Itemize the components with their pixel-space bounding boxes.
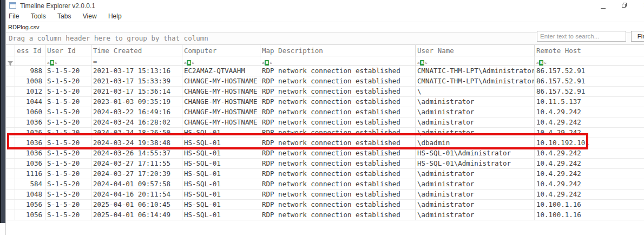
cell-map-description[interactable]: RDP network connection established — [260, 87, 416, 97]
cell-map-description[interactable]: RDP network connection established — [260, 66, 416, 76]
cell-time-created[interactable]: 2024-03-24 18:26:50 — [91, 128, 182, 138]
filter-cell-remote-host[interactable]: aBc — [535, 56, 644, 66]
cell-user-id[interactable]: S-1-5-20 — [45, 169, 91, 179]
menu-view[interactable]: View — [78, 11, 102, 22]
cell-ess-id[interactable]: 1036 — [15, 118, 45, 128]
cell-user-id[interactable]: S-1-5-20 — [45, 190, 91, 200]
table-row[interactable]: 1056S-1-5-202025-04-01 06:10:45HS-SQL-01… — [6, 200, 644, 210]
table-row[interactable]: 1036S-1-5-202024-03-24 18:26:50HS-SQL-01… — [6, 128, 644, 138]
cell-remote-host[interactable]: 10.4.29.242 — [535, 128, 644, 138]
cell-user-id[interactable]: S-1-5-20 — [45, 87, 91, 97]
cell-remote-host[interactable]: 10.4.29.242 — [535, 179, 644, 190]
table-row[interactable]: 1056S-1-5-202025-04-01 06:14:49HS-SQL-01… — [6, 210, 644, 220]
cell-time-created[interactable]: 2024-03-24 19:38:48 — [91, 138, 182, 148]
tab-rdplog-csv[interactable]: RDPlog.csv — [6, 22, 39, 32]
cell-map-description[interactable]: RDP network connection established — [260, 190, 416, 200]
cell-remote-host[interactable]: 10.11.5.137 — [535, 97, 644, 107]
cell-user-id[interactable]: S-1-5-20 — [45, 97, 91, 107]
filter-funnel-icon[interactable] — [6, 56, 15, 66]
close-button[interactable]: ✕ — [637, 0, 644, 11]
column-header-map-description[interactable]: Map Description — [260, 44, 416, 56]
cell-ess-id[interactable]: 1056 — [15, 210, 45, 220]
cell-time-created[interactable]: 2024-03-24 16:28:02 — [91, 118, 182, 128]
cell-user-name[interactable]: \administrator — [416, 107, 535, 118]
cell-time-created[interactable]: 2024-03-22 16:49:16 — [91, 107, 182, 118]
cell-computer[interactable]: HS-SQL-01 — [182, 200, 260, 210]
cell-map-description[interactable]: RDP network connection established — [260, 107, 416, 118]
table-row[interactable]: 1116S-1-5-202024-03-27 17:20:39HS-SQL-01… — [6, 169, 644, 179]
cell-user-name[interactable]: \administrator — [416, 97, 535, 107]
cell-time-created[interactable]: 2024-04-01 09:57:58 — [91, 179, 182, 190]
cell-user-name[interactable]: \administrator — [416, 200, 535, 210]
cell-time-created[interactable]: 2021-03-17 15:36:14 — [91, 87, 182, 97]
cell-ess-id[interactable]: 988 — [15, 66, 45, 76]
filter-cell-user-name[interactable]: aBc — [416, 56, 535, 66]
column-header-user-id[interactable]: User Id — [45, 44, 91, 56]
cell-ess-id[interactable]: 1036 — [15, 148, 45, 159]
cell-time-created[interactable]: 2021-03-17 15:33:39 — [91, 76, 182, 87]
cell-time-created[interactable]: 2021-03-17 15:13:16 — [91, 66, 182, 76]
cell-user-id[interactable]: S-1-5-20 — [45, 210, 91, 220]
cell-ess-id[interactable]: 1116 — [15, 169, 45, 179]
cell-map-description[interactable]: RDP network connection established — [260, 97, 416, 107]
filter-cell-time-created[interactable]: = — [91, 56, 182, 66]
table-row[interactable]: 1044S-1-5-202023-01-03 09:35:19CHANGE-MY… — [6, 97, 644, 107]
cell-ess-id[interactable]: 1036 — [15, 138, 45, 148]
cell-user-id[interactable]: S-1-5-20 — [45, 128, 91, 138]
cell-remote-host[interactable]: 10.4.29.242 — [535, 118, 644, 128]
restore-button[interactable] — [615, 0, 634, 11]
table-row[interactable]: 1036S-1-5-202024-03-27 17:11:55HS-SQL-01… — [6, 159, 644, 169]
cell-user-name[interactable]: CMNATIC-THM-LPT\Administrator — [416, 66, 535, 76]
cell-computer[interactable]: HS-SQL-01 — [182, 190, 260, 200]
cell-computer[interactable]: HS-SQL-01 — [182, 179, 260, 190]
cell-map-description[interactable]: RDP network connection established — [260, 138, 416, 148]
cell-remote-host[interactable]: 10.100.1.16 — [535, 210, 644, 220]
cell-user-name[interactable]: HS-SQL-01\Administrator — [416, 148, 535, 159]
cell-time-created[interactable]: 2024-04-16 20:11:54 — [91, 190, 182, 200]
cell-map-description[interactable]: RDP network connection established — [260, 76, 416, 87]
cell-computer[interactable]: CHANGE-MY-HOSTNAME — [182, 87, 260, 97]
cell-remote-host[interactable]: 86.157.52.91 — [535, 66, 644, 76]
filter-cell-computer[interactable]: aBc — [182, 56, 260, 66]
cell-user-name[interactable]: \administrator — [416, 118, 535, 128]
cell-remote-host[interactable]: 10.10.192.101 — [535, 138, 644, 148]
menu-file[interactable]: File — [6, 11, 24, 22]
cell-computer[interactable]: HS-SQL-01 — [182, 138, 260, 148]
cell-ess-id[interactable]: 1036 — [15, 159, 45, 169]
cell-user-id[interactable]: S-1-5-20 — [45, 159, 91, 169]
cell-ess-id[interactable]: 1056 — [15, 200, 45, 210]
menu-tabs[interactable]: Tabs — [52, 11, 76, 22]
cell-ess-id[interactable]: 1008 — [15, 76, 45, 87]
cell-ess-id[interactable]: 584 — [15, 179, 45, 190]
cell-user-name[interactable]: \administrator — [416, 210, 535, 220]
cell-map-description[interactable]: RDP network connection established — [260, 148, 416, 159]
table-row[interactable]: 1036S-1-5-202024-03-26 14:55:37HS-SQL-01… — [6, 148, 644, 159]
cell-user-name[interactable]: \ — [416, 87, 535, 97]
minimize-button[interactable] — [594, 0, 612, 11]
cell-computer[interactable]: CHANGE-MY-HOSTNAME — [182, 76, 260, 87]
cell-ess-id[interactable]: 1036 — [15, 128, 45, 138]
cell-user-id[interactable]: S-1-5-20 — [45, 76, 91, 87]
cell-map-description[interactable]: RDP network connection established — [260, 200, 416, 210]
column-header-time-created[interactable]: Time Created — [91, 44, 182, 56]
cell-user-name[interactable]: \dbadmin — [416, 138, 535, 148]
cell-computer[interactable]: HS-SQL-01 — [182, 169, 260, 179]
cell-ess-id[interactable]: 1048 — [15, 190, 45, 200]
column-header-user-name[interactable]: User Name — [416, 44, 535, 56]
cell-time-created[interactable]: 2023-01-03 09:35:19 — [91, 97, 182, 107]
table-row[interactable]: 1036S-1-5-202024-03-24 16:28:02CHANGE-MY… — [6, 118, 644, 128]
cell-map-description[interactable]: RDP network connection established — [260, 169, 416, 179]
cell-user-id[interactable]: S-1-5-20 — [45, 66, 91, 76]
cell-computer[interactable]: HS-SQL-01 — [182, 148, 260, 159]
cell-time-created[interactable]: 2024-03-27 17:11:55 — [91, 159, 182, 169]
cell-user-id[interactable]: S-1-5-20 — [45, 179, 91, 190]
column-header-remote-host[interactable]: Remote Host — [535, 44, 644, 56]
table-row[interactable]: 1036S-1-5-202024-03-24 19:38:48HS-SQL-01… — [6, 138, 644, 148]
cell-time-created[interactable]: 2025-04-01 06:10:45 — [91, 200, 182, 210]
cell-map-description[interactable]: RDP network connection established — [260, 128, 416, 138]
cell-remote-host[interactable]: 10.4.29.242 — [535, 148, 644, 159]
cell-user-name[interactable]: \administrator — [416, 169, 535, 179]
cell-user-id[interactable]: S-1-5-20 — [45, 138, 91, 148]
column-header-computer[interactable]: Computer — [182, 44, 260, 56]
cell-ess-id[interactable]: 1060 — [15, 107, 45, 118]
